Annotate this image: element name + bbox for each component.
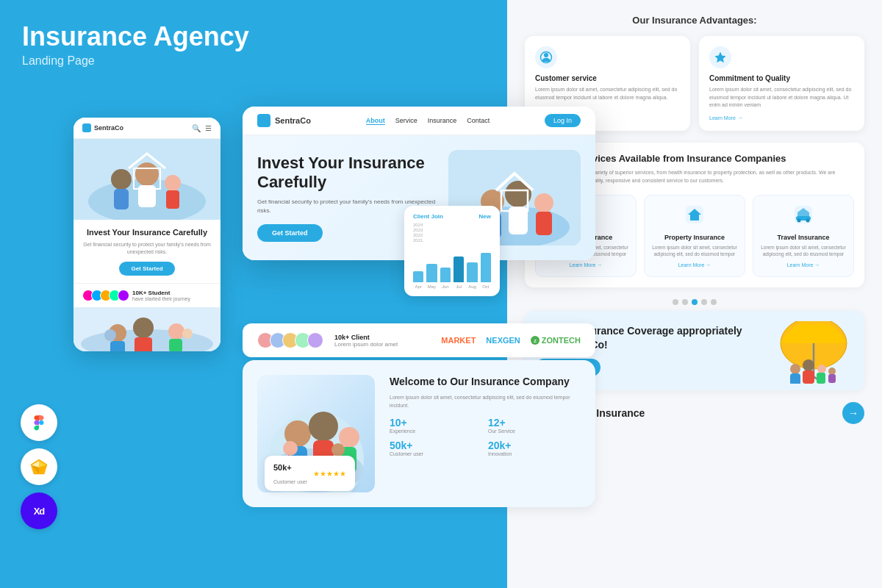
svg-point-44 [331, 443, 345, 456]
hero-title: Invest Your Insurance Carefully [257, 154, 437, 193]
mobile-logo-text: SentraCo [94, 124, 123, 132]
bar-label-2: May [426, 284, 437, 289]
desktop-logo: SentraCo [257, 114, 311, 127]
xd-icon[interactable]: Xd [21, 492, 57, 529]
nav-links: About Service Insurance Contact [366, 117, 490, 125]
mobile-stat-text: 10K+ Student have started their journey [132, 290, 190, 301]
health-learn[interactable]: Learn More → [542, 262, 630, 268]
svg-point-60 [803, 359, 814, 371]
dot-5[interactable] [711, 299, 717, 305]
svg-point-64 [828, 368, 836, 375]
customer-service-desc: Lorem ipsum dolor sit amet, consectetur … [535, 86, 680, 101]
svg-point-24 [182, 329, 193, 339]
learn-more-arrow-2: → [738, 115, 743, 121]
figma-icon[interactable] [21, 404, 57, 441]
zontech-logo: Z ZONTECH [531, 336, 581, 345]
welcome-desc: Lorem ipsum dolor sit amet, consectetur … [390, 394, 581, 409]
travel-learn[interactable]: Learn More → [759, 262, 847, 268]
partner-sub: Lorem ipsum dolor amet [334, 341, 398, 348]
dot-1[interactable] [673, 299, 678, 305]
welcome-title: Welcome to Our Insurance Company [390, 375, 581, 388]
travel-title: Travel Insurance [759, 234, 847, 241]
nav-link-service[interactable]: Service [395, 117, 417, 125]
svg-rect-61 [803, 370, 814, 384]
stats-card-title: Client Join New [413, 213, 491, 220]
mobile-logo-icon [82, 123, 91, 132]
svg-rect-63 [817, 373, 825, 384]
page-title: Insurance Agency [22, 22, 249, 51]
badge-num: 50k+ [273, 463, 292, 472]
bar-label-6: Oct [481, 284, 491, 289]
dot-3-active[interactable] [692, 299, 698, 305]
nexgen-logo: NEXGEN [486, 336, 520, 345]
svg-point-43 [283, 441, 298, 456]
desktop-nav: SentraCo About Service Insurance Contact… [243, 107, 595, 135]
zontech-text: ZONTECH [542, 336, 581, 345]
svg-rect-65 [828, 374, 836, 383]
advantages-title: Our Insurance Advantages: [525, 15, 864, 26]
svg-rect-13 [166, 190, 179, 209]
stat-customers-num: 50k+ [390, 440, 482, 451]
svg-rect-32 [536, 212, 552, 235]
svg-point-54 [806, 219, 810, 223]
partner-text: 10k+ Client Lorem ipsum dolor amet [334, 334, 398, 348]
search-icon[interactable]: 🔍 [192, 124, 201, 132]
mobile-logo: SentraCo [82, 123, 123, 132]
property-learn[interactable]: Learn More → [650, 262, 739, 268]
menu-icon[interactable]: ☰ [205, 124, 212, 132]
mobile-stats-bar: 10K+ Student have started their journey [74, 283, 220, 307]
svg-point-23 [104, 329, 116, 341]
nav-link-about[interactable]: About [366, 117, 385, 125]
svg-rect-9 [114, 189, 129, 209]
stats-card-label: Client Join [413, 213, 443, 220]
svg-point-39 [309, 412, 338, 441]
stats-card: Client Join New 2024 2023 2022 2021 Apr … [404, 206, 500, 296]
hero-cta-button[interactable]: Get Started [257, 224, 323, 242]
articles-arrow-button[interactable]: → [842, 402, 864, 424]
welcome-stats: 10+ Experience 12+ Our Service 50k+ Cust… [390, 417, 581, 456]
bar-6 [481, 253, 491, 282]
travel-icon [759, 204, 847, 229]
bar-4 [453, 257, 464, 282]
mobile-hero-image [74, 139, 220, 220]
mobile-nav-icons: 🔍 ☰ [192, 124, 212, 132]
stat-experience: 10+ Experience [390, 417, 482, 434]
mobile-hero-title: Invest Your Insurance Carefully [82, 227, 212, 237]
title-area: Insurance Agency Landing Page [22, 22, 249, 68]
bar-label-3: Jun [440, 284, 451, 289]
svg-point-12 [165, 175, 181, 191]
student-label: have started their journey [132, 296, 190, 301]
partner-logos: MARKET NEXGEN Z ZONTECH [441, 336, 581, 345]
stat-service-label: Our Service [488, 429, 581, 434]
avatar-5 [118, 290, 129, 301]
mobile-bottom-image [74, 307, 220, 351]
mobile-hero-content: Invest Your Insurance Carefully Get fina… [74, 220, 220, 283]
login-button[interactable]: Log In [545, 114, 581, 127]
rating-stars: ★★★★★ [313, 470, 346, 478]
sketch-icon[interactable] [21, 448, 57, 485]
svg-text:Z: Z [534, 339, 537, 343]
svg-point-45 [544, 53, 548, 57]
quality-learn[interactable]: Learn More → [709, 115, 854, 121]
tool-icons: Xd [21, 404, 57, 529]
quality-desc: Lorem ipsum dolor sit amet, consectetur … [709, 86, 854, 110]
property-desc: Lorem ipsum dolor sit amet, consectetur … [650, 244, 739, 257]
customer-service-title: Customer service [535, 74, 680, 82]
dot-2[interactable] [682, 299, 688, 305]
mobile-cta-button[interactable]: Get Started [119, 262, 174, 276]
advantage-card-quality: Commitment to Quality Lorem ipsum dolor … [699, 36, 864, 131]
svg-point-21 [168, 323, 184, 340]
dot-4[interactable] [701, 299, 707, 305]
nav-link-contact[interactable]: Contact [467, 117, 490, 125]
mobile-avatars [82, 290, 126, 301]
stat-service-num: 12+ [488, 417, 581, 429]
welcome-text: Welcome to Our Insurance Company Lorem i… [390, 375, 581, 492]
stat-innovation-num: 20k+ [488, 440, 581, 451]
svg-rect-22 [169, 339, 182, 351]
coverage-image [773, 321, 854, 380]
svg-point-53 [797, 219, 801, 223]
bar-2 [426, 264, 437, 282]
nav-link-insurance[interactable]: Insurance [428, 117, 457, 125]
quality-icon [709, 46, 731, 68]
svg-point-10 [135, 162, 159, 186]
